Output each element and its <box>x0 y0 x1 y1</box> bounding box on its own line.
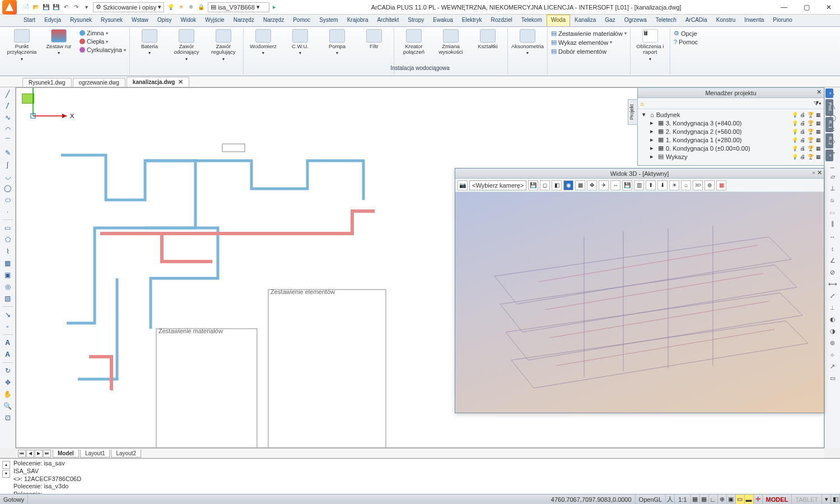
ribbon-tab-pomoc[interactable]: Pomoc <box>288 15 315 26</box>
ribbon-tab-pioruno[interactable]: Pioruno <box>768 15 796 26</box>
tree-row[interactable]: ▸▤Wykazy💡🖨🏆▦ <box>640 152 822 161</box>
v3d-3d-icon[interactable]: 3D <box>693 180 703 190</box>
fly-tab-3[interactable]: R..2 <box>825 133 833 148</box>
row-toggle-0[interactable]: 💡 <box>791 129 798 134</box>
curve-icon[interactable]: ∫ <box>3 160 13 170</box>
polyline-icon[interactable]: 〳 <box>3 101 13 111</box>
app-logo[interactable] <box>2 0 17 15</box>
status-cross-icon[interactable]: ✛ <box>754 494 763 504</box>
v3d-box-icon[interactable]: ◻ <box>540 180 550 190</box>
view3d-restore-icon[interactable]: ▫ <box>813 169 815 176</box>
status-ucs-icon[interactable]: 人 <box>666 494 675 504</box>
refresh-icon[interactable]: ↻ <box>3 366 13 376</box>
axonometry-button[interactable]: Aksonometria▾ <box>510 29 545 55</box>
filter-button[interactable]: Filtr <box>357 29 391 49</box>
tree-row[interactable]: ▸▦0. Kondygnacja 0 (±0.00=0.00)💡🖨🏆▦ <box>640 144 822 152</box>
doc-tab[interactable]: kanalizacja.dwg✕ <box>127 77 190 87</box>
command-line[interactable]: ▴ ▾ Polecenie: isa_sav ISA_SAV <>: 12ACE… <box>0 458 840 494</box>
status-more2-icon[interactable]: ◧ <box>831 494 840 504</box>
layout-next-icon[interactable]: ▶ <box>35 450 43 458</box>
control-valve-button[interactable]: Zawór regulujący▾ <box>206 29 241 62</box>
v3d-export1-icon[interactable]: ⬆ <box>646 180 656 190</box>
doc-tab[interactable]: ogrzewanie.dwg <box>73 78 125 87</box>
snow-icon[interactable]: ❄ <box>186 3 195 12</box>
row-toggle-3[interactable]: ▦ <box>815 146 822 151</box>
wipeout-icon[interactable]: ▧ <box>3 293 13 304</box>
lock-icon[interactable]: 🔒 <box>197 3 206 12</box>
v3d-home-icon[interactable]: ⌂ <box>681 180 691 190</box>
dim5-icon[interactable]: ◑ <box>828 326 838 336</box>
pan-icon[interactable]: ✋ <box>3 389 13 399</box>
tol-icon[interactable]: ▭ <box>828 373 838 383</box>
v3d-pan-icon[interactable]: ✥ <box>587 180 597 190</box>
connection-wizard-button[interactable]: Kreator połączeń <box>396 29 431 55</box>
v3d-export2-icon[interactable]: ⬇ <box>657 180 668 190</box>
circle-icon[interactable]: ◯ <box>3 183 13 193</box>
zoom-window-icon[interactable]: ⊡ <box>3 413 13 423</box>
dim7-icon[interactable]: ⟐ <box>828 349 838 360</box>
mtext-icon[interactable]: A <box>3 349 13 360</box>
fittings-button[interactable]: Kształtki <box>470 29 505 49</box>
project-tree[interactable]: ▾⌂Budynek💡🖨🏆▦▸▦3. Kondygnacja 3 (+840.00… <box>638 109 824 162</box>
row-toggle-0[interactable]: 💡 <box>791 112 798 118</box>
v3d-copy-icon[interactable]: ▥ <box>634 180 644 190</box>
dim2-icon[interactable]: ⤢ <box>828 291 838 301</box>
help-button[interactable]: ?Pomoc <box>673 38 699 46</box>
tree-row[interactable]: ▸▦2. Kondygnacja 2 (+560.00)💡🖨🏆▦ <box>640 127 822 136</box>
document-field[interactable]: ▤ isa_V97B668 ▾ <box>208 2 269 12</box>
maximize-button[interactable]: ▢ <box>795 0 818 15</box>
boundary-icon[interactable]: ▣ <box>3 270 13 280</box>
hatch-icon[interactable]: ▦ <box>3 258 13 268</box>
text-icon[interactable]: A <box>3 338 13 348</box>
v3d-save2-icon[interactable]: 💾 <box>622 180 632 190</box>
hot-water-button[interactable]: Ciepła▾ <box>78 38 127 45</box>
row-toggle-1[interactable]: 🖨 <box>799 129 806 134</box>
open-icon[interactable]: 📂 <box>31 3 40 12</box>
fly-tab-1[interactable]: Pod.. <box>825 99 833 116</box>
layout-first-icon[interactable]: ⏮ <box>18 450 26 458</box>
undo-icon[interactable]: ↶ <box>62 3 71 12</box>
calc-report-button[interactable]: 🖩Obliczenia i raport▾ <box>633 29 668 62</box>
snap-perp-icon[interactable]: ⊥ <box>828 183 838 193</box>
dim4-icon[interactable]: ◐ <box>828 314 838 324</box>
rect-icon[interactable]: ▭ <box>3 223 13 233</box>
ribbon-tab-rysunek[interactable]: Rysunek <box>96 15 127 26</box>
row-toggle-2[interactable]: 🏆 <box>807 146 814 151</box>
ribbon-tab-architekt[interactable]: Architekt <box>372 15 403 26</box>
status-snap-icon[interactable]: ▦ <box>691 494 700 504</box>
ribbon-tab-start[interactable]: Start <box>19 15 40 26</box>
dim6-icon[interactable]: ⊚ <box>828 338 838 348</box>
ribbon-tab-teletech[interactable]: Teletech <box>651 15 681 26</box>
row-toggle-2[interactable]: 🏆 <box>807 112 814 118</box>
close-button[interactable]: ✕ <box>818 0 840 15</box>
snap-near-icon[interactable]: ⌓ <box>828 207 838 217</box>
layout-prev-icon[interactable]: ◀ <box>26 450 34 458</box>
pm-close-icon[interactable]: ✕ <box>816 88 822 96</box>
row-toggle-1[interactable]: 🖨 <box>799 112 806 118</box>
row-toggle-3[interactable]: ▦ <box>815 129 822 134</box>
ribbon-tab-wstaw[interactable]: Wstaw <box>127 15 153 26</box>
ellipse-arc-icon[interactable]: ◡ <box>3 171 13 181</box>
status-ortho-icon[interactable]: ∟ <box>709 494 718 504</box>
status-model[interactable]: MODEL <box>763 494 792 504</box>
project-side-tab[interactable]: Projekt <box>628 99 638 125</box>
ribbon-tab-gaz[interactable]: Gaz <box>600 15 619 26</box>
v3d-camera-icon[interactable]: 📷 <box>458 180 468 190</box>
fly-tab-2[interactable]: R..1 <box>825 117 833 132</box>
layout-tab-layout1[interactable]: Layout1 <box>80 450 110 458</box>
connection-point-button[interactable]: Punkt przyłączenia▾ <box>4 29 39 62</box>
row-toggle-1[interactable]: 🖨 <box>799 120 806 126</box>
battery-button[interactable]: Bateria▾ <box>132 29 167 55</box>
status-osnap-icon[interactable]: ▣ <box>727 494 736 504</box>
row-toggle-0[interactable]: 💡 <box>791 137 798 143</box>
tree-row[interactable]: ▾⌂Budynek💡🖨🏆▦ <box>640 110 822 119</box>
dim-icon[interactable]: ⟷ <box>828 279 838 289</box>
snap-rad-icon[interactable]: ⊘ <box>828 267 838 277</box>
leader-icon[interactable]: ↘ <box>3 310 13 320</box>
row-toggle-3[interactable]: ▦ <box>815 120 822 126</box>
ribbon-tab-krajobra[interactable]: Krajobra <box>343 15 373 26</box>
elements-list-button[interactable]: ▤Wykaz elementów▾ <box>550 38 628 46</box>
status-lwt-icon[interactable]: ▬ <box>745 494 754 504</box>
v3d-grid-icon[interactable]: ▦ <box>716 180 726 190</box>
status-scale[interactable]: 1:1 <box>675 494 690 504</box>
